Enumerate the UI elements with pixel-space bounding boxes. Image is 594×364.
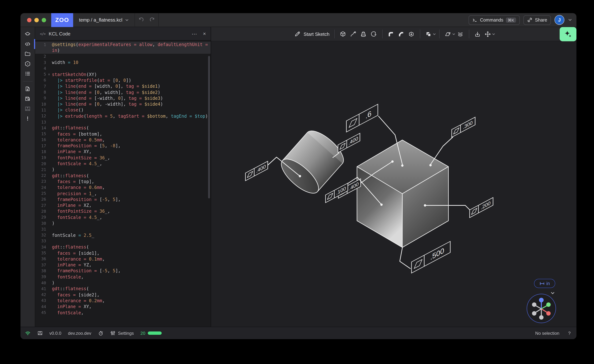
code-line[interactable]: 21): [35, 167, 211, 173]
revolve-button[interactable]: [369, 29, 379, 39]
move-button[interactable]: [483, 29, 493, 39]
boolean-button[interactable]: [424, 29, 434, 39]
code-line[interactable]: 29 fontScale = 4.5_,: [35, 214, 211, 220]
undo-button[interactable]: [135, 15, 147, 25]
flatness-callout[interactable]: .300: [429, 117, 475, 166]
code-line[interactable]: 11 |> close(): [35, 107, 211, 113]
sidebar-item-project-files[interactable]: [20, 49, 35, 59]
code-line[interactable]: 9 |> line(end = [-width, 0], tag = $side…: [35, 95, 211, 101]
fillet-button[interactable]: [386, 29, 396, 39]
code-line[interactable]: 36 tolerance = 0.1mm,: [35, 256, 211, 262]
user-menu-chevron-icon[interactable]: [568, 18, 572, 22]
sidebar-item-sketch-plane[interactable]: [20, 29, 35, 39]
code-line[interactable]: 15 faces = [bottom],: [35, 131, 211, 137]
user-avatar[interactable]: J: [554, 15, 564, 25]
code-line[interactable]: 45 fontScale,: [35, 310, 211, 316]
plane-button[interactable]: [443, 29, 453, 39]
cube-solid[interactable]: [357, 140, 448, 247]
code-line[interactable]: 5∨startSketchOn(XY): [35, 72, 211, 78]
code-line[interactable]: 6 |> startProfile(at = [0, 0]): [35, 78, 211, 84]
code-line[interactable]: 20 fontScale = 4.5_,: [35, 161, 211, 167]
code-line[interactable]: 23 faces = [top],: [35, 179, 211, 185]
commands-button[interactable]: Commands ⌘K: [469, 15, 520, 25]
timer-icon[interactable]: [98, 330, 103, 336]
minimize-window-button[interactable]: [34, 18, 39, 22]
code-line[interactable]: 3width = 10: [35, 60, 211, 66]
code-line[interactable]: 26 framePosition = [-5, 5],: [35, 196, 211, 202]
code-line[interactable]: 13: [35, 119, 211, 125]
flatness-callout[interactable]: .500: [400, 241, 450, 273]
code-line[interactable]: 16 tolerance = 0.5mm,: [35, 137, 211, 143]
move-dropdown-chevron-icon[interactable]: [492, 32, 495, 36]
code-line[interactable]: 39 fontScale,: [35, 274, 211, 280]
code-line[interactable]: 1@settings(experimentalFeatures = allow,…: [35, 42, 211, 48]
code-line[interactable]: 14gdt::flatness(: [35, 125, 211, 131]
code-line[interactable]: 38 framePosition = [-5, 5],: [35, 268, 211, 274]
insert-button[interactable]: [472, 29, 483, 39]
cylinder-solid[interactable]: [276, 125, 349, 199]
code-line[interactable]: 7 |> line(end = [width, 0], tag = $side1…: [35, 83, 211, 89]
environment-link[interactable]: dev.zoo.dev: [68, 331, 91, 336]
settings-button[interactable]: Settings: [110, 330, 134, 336]
sidebar-item-logs[interactable]: [20, 69, 35, 79]
help-button[interactable]: ?: [568, 331, 571, 336]
code-line[interactable]: 12 |> extrude(length = 5, tagStart = $bo…: [35, 113, 211, 119]
sidebar-item-save[interactable]: [20, 94, 35, 104]
machine-status-icon[interactable]: [37, 330, 43, 336]
close-window-button[interactable]: [27, 18, 31, 22]
code-line[interactable]: 10 |> line(end = [0, -width], tag = $sid…: [35, 101, 211, 107]
code-line[interactable]: 8 |> line(end = [0, width], tag = $side2…: [35, 89, 211, 95]
sidebar-item-make[interactable]: [20, 104, 35, 114]
sidebar-item-variables[interactable]: x: [20, 59, 35, 69]
code-line[interactable]: 37 inPlane = YZ,: [35, 262, 211, 268]
sidebar-item-export[interactable]: [20, 84, 35, 94]
start-sketch-button[interactable]: Start Sketch: [292, 31, 331, 37]
sidebar-item-report-issue[interactable]: [20, 114, 35, 124]
helix-button[interactable]: [455, 29, 466, 39]
code-line[interactable]: 33: [35, 238, 211, 244]
code-line[interactable]: 22gdt::flatness(: [35, 173, 211, 179]
extrude-button[interactable]: [338, 29, 348, 39]
share-button[interactable]: Share: [523, 15, 551, 25]
sidebar-item-kcl-code[interactable]: [20, 39, 35, 49]
network-status-icon[interactable]: [25, 330, 31, 336]
plane-dropdown-chevron-icon[interactable]: [452, 32, 455, 36]
text-to-cad-ai-button[interactable]: [560, 27, 576, 41]
panel-menu-button[interactable]: ⋯: [192, 31, 197, 36]
panel-close-button[interactable]: ×: [203, 31, 206, 36]
shell-button[interactable]: [406, 29, 417, 39]
code-line[interactable]: 28 fontPointSize = 36_,: [35, 208, 211, 215]
project-menu[interactable]: temp / a_flatness.kcl: [73, 17, 135, 23]
zoo-logo[interactable]: ZOO: [51, 13, 73, 27]
code-line[interactable]: 43 tolerance = 0.2mm,: [35, 298, 211, 304]
chamfer-button[interactable]: [396, 29, 406, 39]
title-bar[interactable]: ZOO temp / a_flatness.kcl Commands ⌘K Sh…: [20, 13, 576, 27]
code-line[interactable]: 44 inPlane = XY,: [35, 304, 211, 310]
code-line[interactable]: 31: [35, 226, 211, 232]
zoom-window-button[interactable]: [42, 18, 46, 22]
code-line[interactable]: 2: [35, 53, 211, 60]
fold-toggle-icon[interactable]: ∨: [46, 73, 52, 76]
code-line[interactable]: 32fontScale = 2.5_: [35, 232, 211, 238]
code-line[interactable]: 40): [35, 280, 211, 286]
3d-viewport[interactable]: .400.400.400.6.300.100.200.500 Start Ske…: [211, 27, 576, 327]
units-button[interactable]: in: [534, 279, 555, 288]
code-line[interactable]: 19 fontPointSize = 36_,: [35, 155, 211, 161]
code-line[interactable]: 27 inPlane = XZ,: [35, 202, 211, 208]
code-line[interactable]: 42 faces = [side2],: [35, 292, 211, 298]
redo-button[interactable]: [147, 15, 158, 25]
sweep-button[interactable]: [348, 29, 358, 39]
scrollbar[interactable]: [208, 56, 210, 199]
code-line[interactable]: 25 precision = 1_,: [35, 191, 211, 197]
code-line[interactable]: 41gdt::flatness(: [35, 286, 211, 292]
orientation-gizmo[interactable]: [525, 292, 558, 325]
boolean-dropdown-chevron-icon[interactable]: [433, 32, 436, 36]
code-line[interactable]: 35 faces = [side1],: [35, 250, 211, 256]
code-line[interactable]: 18 inPlane = XY,: [35, 149, 211, 155]
code-line[interactable]: in): [35, 48, 211, 54]
loft-button[interactable]: [358, 29, 369, 39]
code-line[interactable]: 30): [35, 220, 211, 226]
code-line[interactable]: 4: [35, 66, 211, 72]
code-line[interactable]: 34gdt::flatness(: [35, 244, 211, 250]
code-line[interactable]: 24 tolerance = 0.6mm,: [35, 185, 211, 191]
